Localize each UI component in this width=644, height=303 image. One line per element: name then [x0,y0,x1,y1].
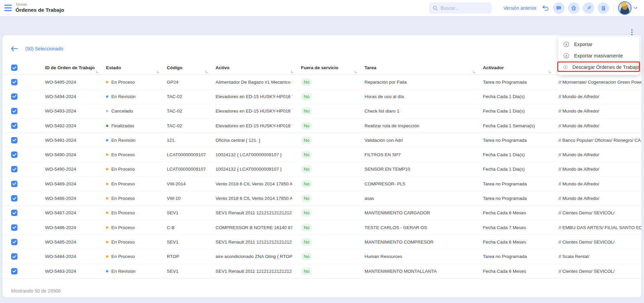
feedback-button[interactable] [553,2,565,14]
cell-location: // Mundo de Alfredo/ [550,109,641,114]
cell-code: LCAT00000009107 [158,152,207,157]
cell-out-of-service: No [292,194,356,202]
cell-task: Human Resources [356,254,474,259]
column-header[interactable]: Activo [207,56,292,75]
cell-trigger: Fecha Cada 1 Dia(s) [474,152,550,157]
table-row[interactable]: WO-5490-2024En ProcesoLCAT00000009107100… [3,162,641,177]
column-header[interactable]: ID de Orden de Trabajo [36,56,97,75]
column-header[interactable]: Fuera de servicio [292,56,356,75]
column-header[interactable]: Tarea [356,56,474,75]
table-row[interactable]: WO-5490-2024En ProcesoLCAT00000009107100… [3,147,641,162]
row-checkbox[interactable] [11,93,17,100]
cell-asset: 10024132 { LCAT00000009107 } [207,167,292,172]
status-dot [106,139,108,141]
cell-trigger: Tarea no Programada [474,138,550,143]
check-icon [12,211,16,215]
table-row[interactable]: WO-5485-2024En ProcesoSEV1SEV1 Renault 2… [3,235,641,249]
cell-status: Cancelado [97,109,158,114]
cell-out-of-service: No [292,180,356,188]
column-header[interactable]: Estado [97,56,158,75]
row-checkbox[interactable] [11,79,17,85]
previous-version-link[interactable]: Versión anterior [503,0,536,16]
row-checkbox[interactable] [11,181,17,187]
cell-trigger: Tarea no Programada [474,80,550,85]
row-checkbox[interactable] [11,239,17,245]
getting-started-button[interactable] [583,2,594,14]
table-row[interactable]: WO-5492-2024FinalizadasTAC-02Elevadores … [3,119,641,133]
cell-asset: Vento 2018 6 CIL Vento 2014 17850 Andare… [207,181,292,186]
row-checkbox[interactable] [11,253,17,260]
row-checkbox[interactable] [11,108,17,114]
table-row[interactable]: WO-5491-2024En Revisión121.Oficina centr… [3,133,641,147]
search-box[interactable] [429,2,492,14]
cell-code: SEV1 [158,269,207,274]
cell-work-order-id: WO-5488-2024 [36,196,97,201]
table-row[interactable]: WO-5489-2024En ProcesoVW-2014Vento 2018 … [3,177,641,191]
check-icon [12,110,16,113]
cell-trigger: Fecha Cada 1 Dia(s) [474,109,550,114]
table-row[interactable]: WO-5483-2024En RevisiónSEV1SEV1 Renault … [3,264,641,278]
cell-asset: Vento 2018 6 CIL Vento 2014 17850 Andare… [207,196,292,201]
chat-icon [556,5,562,11]
row-checkbox[interactable] [11,166,17,172]
chevron-down-icon[interactable] [634,0,638,16]
row-checkbox[interactable] [11,123,17,129]
menu-item-exportar-masivamente[interactable]: Exportar masivamente [558,50,639,61]
cell-out-of-service: No [292,107,356,115]
check-icon [12,124,16,127]
menu-item-exportar[interactable]: Exportar [558,39,639,50]
status-dot [106,183,108,185]
whats-new-button[interactable] [568,2,579,14]
undo-icon[interactable] [542,0,549,16]
row-checkbox[interactable] [11,195,17,202]
cell-task: Validación con Adri [356,138,474,143]
cell-out-of-service: No [292,267,356,275]
row-checkbox[interactable] [11,210,17,216]
check-icon [12,226,16,229]
page-title: Órdenes de Trabajo [15,7,64,13]
download-icon [563,64,568,71]
table-row[interactable]: WO-5487-2024En ProcesoSEV1SEV1 Renault 2… [3,206,641,220]
table-row[interactable]: WO-5488-2024En ProcesoVW-10Vento 2018 6 … [3,191,641,206]
cell-code: 121. [158,138,207,143]
cell-work-order-id: WO-5490-2024 [36,167,97,172]
cell-code: VW-10 [158,196,207,201]
cell-task: Check list diaro 1 [356,109,474,114]
select-all-checkbox[interactable] [11,64,17,71]
row-checkbox[interactable] [11,224,17,231]
cell-work-order-id: WO-5486-2024 [36,225,97,230]
check-icon [12,197,16,200]
table-row[interactable]: WO-5493-2024CanceladoTAC-02Elevadores en… [3,104,641,119]
out-of-service-badge: No [301,238,312,246]
table-row[interactable]: WO-5486-2024En ProcesoC-BCOMPRESSOR B NO… [3,220,641,235]
selected-count[interactable]: (50) Seleccionado [25,46,63,51]
row-checkbox[interactable] [11,152,17,158]
search-input[interactable] [441,5,488,11]
cell-asset: SEV1 Renault 2011 12121212121212 { SEV..… [207,240,292,245]
avatar[interactable] [618,1,632,15]
status-dot [106,154,108,156]
table-row[interactable]: WO-5495-2024En ProcesoGP24Alimentador De… [3,75,641,89]
cell-trigger: Tarea no Programada [474,196,550,201]
menu-item-descargar-ordenes[interactable]: Descargar Órdenes de Trabajo [558,61,639,73]
more-options-button[interactable] [630,29,634,35]
cell-code: RTOP [158,254,207,259]
context-menu: Exportar Exportar masivamente Descargar … [558,37,639,75]
search-icon [432,5,438,11]
cell-location: // EMBU DAS ARTES/ FILIAL SANTO EDU [550,225,641,230]
back-button[interactable] [11,46,18,51]
docs-button[interactable] [598,2,609,14]
check-icon [12,95,16,98]
cell-trigger: Fecha Cada 1 Dia(s) [474,167,550,172]
row-checkbox[interactable] [11,137,17,143]
table-row[interactable]: WO-5494-2024En RevisiónTAC-02Elevadores … [3,89,641,104]
menu-toggle-button[interactable] [4,5,12,11]
cell-trigger: Fecha Cada 1 Dia(s) [474,94,550,99]
cell-trigger: Fecha Cada 1 Semana(s) [474,123,550,128]
table-row[interactable]: WO-5484-2024En ProcesoRTOPaire acondicio… [3,250,641,264]
row-checkbox[interactable] [11,268,17,274]
download-icon [563,41,570,48]
column-header[interactable]: Código [158,56,207,75]
cell-work-order-id: WO-5487-2024 [36,210,97,215]
column-header[interactable]: Activador [474,56,550,75]
